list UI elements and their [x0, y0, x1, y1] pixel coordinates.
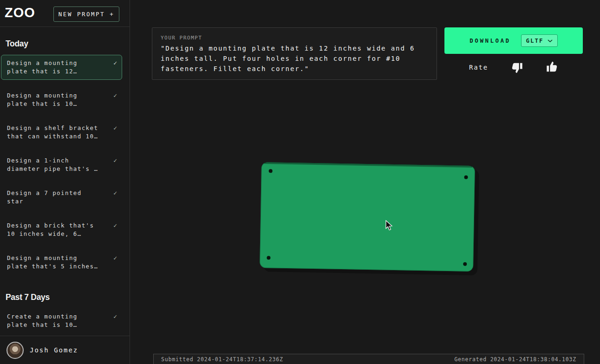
history-item-label: Design a shelf bracket that can withstan… [7, 124, 98, 141]
check-icon: ✓ [113, 157, 117, 164]
section-title-today: Today [6, 39, 122, 49]
download-button[interactable]: DOWNLOAD GLTF [444, 27, 583, 54]
generated-timestamp: Generated 2024-01-24T18:38:04.103Z [454, 356, 576, 363]
check-icon: ✓ [113, 124, 117, 131]
sidebar: ZOO NEW PROMPT + Today Design a mounting… [0, 0, 130, 364]
history-item-label: Design a brick that's 10 inches wide, 6… [7, 221, 94, 238]
section-title-past-7-days: Past 7 Days [6, 292, 122, 302]
new-prompt-button[interactable]: NEW PROMPT + [53, 6, 119, 22]
check-icon: ✓ [113, 222, 117, 229]
plate-hole [463, 262, 467, 266]
prompt-panel-label: YOUR PROMPT [161, 35, 428, 41]
submitted-timestamp: Submitted 2024-01-24T18:37:14.236Z [161, 356, 283, 363]
plate-hole [269, 169, 273, 173]
history-item-pipe[interactable]: Design a 1-inch diameter pipe that's … ✓ [1, 152, 122, 177]
rate-row: Rate [444, 60, 583, 75]
prompt-text: "Design a mounting plate that is 12 inch… [161, 43, 428, 74]
model-viewport-mounting-plate[interactable] [260, 162, 475, 272]
thumbs-down-icon[interactable] [510, 61, 523, 73]
check-icon: ✓ [113, 92, 117, 99]
user-name: Josh Gomez [30, 346, 78, 354]
history-item-label: Design a 7 pointed star [7, 189, 82, 206]
format-dropdown[interactable]: GLTF [521, 34, 558, 47]
user-menu[interactable]: Josh Gomez [0, 336, 130, 364]
check-icon: ✓ [113, 189, 117, 196]
history-item-mounting-plate-10[interactable]: Design a mounting plate that is 10… ✓ [1, 87, 122, 112]
sidebar-header: ZOO NEW PROMPT + [0, 0, 130, 27]
download-label: DOWNLOAD [470, 37, 510, 44]
history-item-shelf-bracket[interactable]: Design a shelf bracket that can withstan… [1, 120, 122, 145]
your-prompt-panel: YOUR PROMPT "Design a mounting plate tha… [152, 27, 437, 80]
history-item-label: Design a mounting plate that is 10… [7, 91, 78, 108]
prompt-history-list: Today Design a mounting plate that is 12… [0, 39, 130, 333]
check-icon: ✓ [113, 59, 117, 66]
plate-hole [267, 256, 270, 260]
history-item-star[interactable]: Design a 7 pointed star ✓ [1, 185, 122, 210]
history-item-brick[interactable]: Design a brick that's 10 inches wide, 6…… [1, 217, 122, 242]
history-item-create-mounting-plate[interactable]: Create a mounting plate that is 10… ✓ [1, 308, 122, 333]
mouse-cursor [385, 220, 394, 233]
history-item-mounting-plate-12[interactable]: Design a mounting plate that is 12… ✓ [1, 55, 122, 80]
status-bar: Submitted 2024-01-24T18:37:14.236Z Gener… [153, 354, 584, 364]
history-item-label: Design a mounting plate that's 5 inches… [7, 254, 98, 271]
app-window: ZOO NEW PROMPT + Today Design a mounting… [0, 0, 600, 364]
zoo-logo: ZOO [5, 5, 35, 20]
history-item-label: Design a mounting plate that is 12… [7, 59, 78, 76]
check-icon: ✓ [113, 254, 117, 261]
history-item-label: Design a 1-inch diameter pipe that's … [7, 156, 98, 173]
history-item-mounting-plate-5[interactable]: Design a mounting plate that's 5 inches…… [1, 250, 122, 275]
history-item-label: Create a mounting plate that is 10… [7, 312, 78, 329]
check-icon: ✓ [113, 313, 117, 320]
plate-hole [464, 176, 468, 179]
rate-label: Rate [469, 64, 488, 71]
avatar [7, 342, 24, 359]
format-selected-value: GLTF [526, 37, 544, 44]
chevron-down-icon [548, 37, 553, 44]
thumbs-up-icon[interactable] [546, 61, 559, 73]
